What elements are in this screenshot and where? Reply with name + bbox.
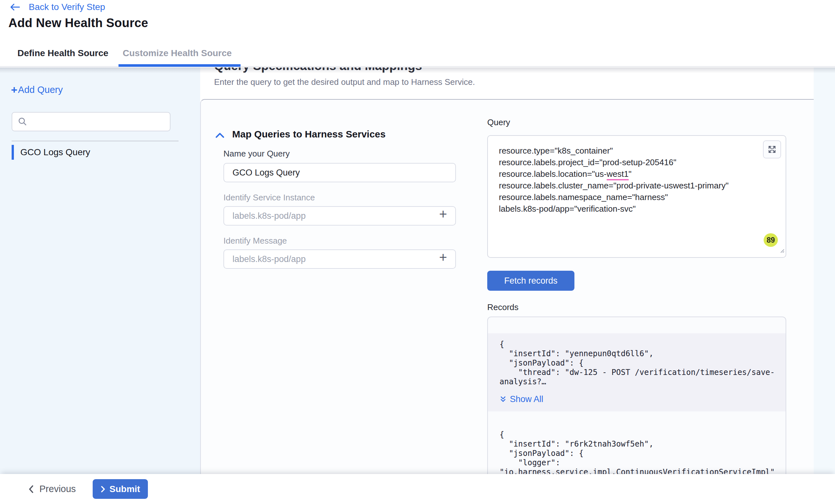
query-search-input[interactable] — [12, 112, 170, 131]
record-item: { "insertId": "r6rk2tnah3owf5eh", "jsonP… — [488, 430, 786, 474]
query-line: resource.labels.location="us-west1" — [499, 168, 775, 180]
service-instance-add-icon[interactable]: + — [439, 208, 447, 221]
footer: Previous Submit — [0, 474, 835, 504]
right-margin-strip — [814, 67, 835, 474]
collapse-chevron-up-icon[interactable] — [215, 132, 225, 141]
submit-label: Submit — [109, 484, 140, 494]
previous-label: Previous — [39, 484, 76, 494]
double-chevron-down-icon — [500, 396, 507, 403]
query-textarea[interactable]: resource.type="k8s_container"resource.la… — [487, 135, 786, 258]
records-list[interactable]: { "insertId": "yennepun0qtd6ll6", "jsonP… — [487, 317, 786, 474]
query-name-input[interactable] — [223, 163, 456, 182]
section-heading: Query Specifications and Mappings — [214, 67, 422, 73]
chevron-left-icon — [28, 485, 34, 494]
expand-query-button[interactable] — [763, 140, 781, 159]
submit-button[interactable]: Submit — [93, 479, 148, 499]
section-subheading: Enter the query to get the desired outpu… — [214, 77, 475, 87]
query-line: resource.labels.cluster_name="prod-priva… — [499, 180, 775, 191]
query-label: Query — [487, 118, 510, 127]
back-to-verify-step-link[interactable]: Back to Verify Step — [9, 2, 105, 12]
query-line: resource.labels.namespace_name="harness" — [499, 191, 775, 203]
query-line: resource.type="k8s_container" — [499, 145, 775, 156]
sidebar-item-gco-logs-query[interactable]: GCO Logs Query — [12, 145, 90, 160]
spellcheck-underlined-word: west1 — [607, 169, 629, 181]
back-link-label: Back to Verify Step — [29, 2, 105, 12]
active-tab-indicator — [119, 64, 241, 67]
section-header: Query Specifications and Mappings Enter … — [200, 67, 814, 99]
previous-button[interactable]: Previous — [28, 474, 76, 504]
selected-indicator — [12, 145, 14, 160]
record-json: { "insertId": "yennepun0qtd6ll6", "jsonP… — [500, 340, 780, 386]
sidebar-divider — [12, 141, 179, 141]
message-input[interactable] — [223, 249, 456, 269]
char-count-badge: 89 — [763, 233, 778, 247]
page-title: Add New Health Source — [8, 16, 148, 30]
query-sidebar: + Add Query GCO Logs Query — [0, 67, 200, 474]
search-icon — [17, 117, 28, 128]
tab-define-health-source[interactable]: Define Health Source — [17, 40, 108, 66]
tab-bar: Define Health Source Customize Health So… — [0, 40, 835, 66]
add-query-label: Add Query — [18, 85, 63, 95]
tab-customize-health-source[interactable]: Customize Health Source — [123, 40, 232, 66]
fullscreen-icon — [768, 145, 777, 154]
plus-icon: + — [11, 84, 17, 95]
query-item-label: GCO Logs Query — [20, 147, 90, 158]
back-arrow-icon — [9, 3, 20, 12]
query-text: resource.type="k8s_container"resource.la… — [499, 145, 775, 214]
identify-message-label: Identify Message — [223, 236, 287, 246]
record-item: { "insertId": "yennepun0qtd6ll6", "jsonP… — [488, 333, 786, 412]
chevron-right-icon — [100, 485, 106, 493]
show-all-label: Show All — [510, 394, 544, 404]
query-line: labels.k8s-pod/app="verification-svc" — [499, 203, 775, 214]
record-json: { "insertId": "r6rk2tnah3owf5eh", "jsonP… — [500, 430, 780, 474]
resize-handle[interactable] — [779, 245, 785, 256]
content-panel: Map Queries to Harness Services Name you… — [200, 99, 814, 474]
identify-service-instance-label: Identify Service Instance — [223, 193, 315, 203]
query-line: resource.labels.project_id="prod-setup-2… — [499, 156, 775, 168]
show-all-link[interactable]: Show All — [500, 394, 544, 404]
name-query-label: Name your Query — [223, 149, 290, 159]
map-queries-title: Map Queries to Harness Services — [232, 129, 386, 140]
message-add-icon[interactable]: + — [439, 251, 447, 264]
header: Back to Verify Step Add New Health Sourc… — [0, 0, 835, 67]
service-instance-input[interactable] — [223, 206, 456, 226]
add-query-button[interactable]: + Add Query — [11, 84, 63, 95]
fetch-records-button[interactable]: Fetch records — [487, 271, 574, 291]
records-label: Records — [487, 302, 518, 312]
